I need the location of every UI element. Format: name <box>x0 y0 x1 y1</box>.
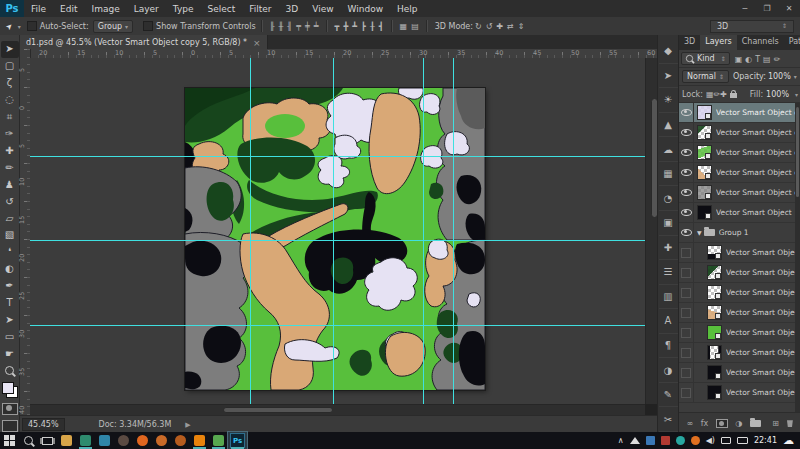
taskbar-app-orange-2[interactable] <box>171 432 190 449</box>
search-button[interactable] <box>19 432 38 449</box>
gradient-tool[interactable]: ▧ <box>1 227 19 244</box>
layer-thumbnail[interactable] <box>697 125 712 140</box>
history-brush-tool[interactable]: ↺ <box>1 193 19 210</box>
auto-select-checkbox[interactable] <box>27 21 37 31</box>
align-icon-6[interactable]: ╧ <box>312 22 321 31</box>
layer-thumbnail[interactable] <box>707 365 722 380</box>
layer-thumbnail[interactable] <box>707 345 722 360</box>
layer-row-10[interactable]: Vector Smart Object <box>679 283 800 303</box>
lock-icon-3[interactable]: ✚ <box>720 90 727 99</box>
layer-visibility-icon[interactable] <box>681 189 692 196</box>
layer-thumbnail[interactable] <box>707 385 722 400</box>
menu-item-type[interactable]: Type <box>166 4 201 14</box>
swatches-panel-icon[interactable]: ➤ <box>659 64 678 89</box>
pen-tool[interactable]: ✒ <box>1 278 19 295</box>
navigator-panel-icon[interactable]: ▣ <box>659 211 678 236</box>
kind-filter-dropdown[interactable]: Kind⇕ <box>681 52 730 65</box>
speaker-icon[interactable]: ◀) <box>706 436 715 445</box>
actions-panel-icon[interactable]: ✎ <box>659 383 678 408</box>
taskbar-app-photos[interactable] <box>95 432 114 449</box>
zoom-tool[interactable] <box>1 362 19 379</box>
clone-stamp-tool[interactable]: ♟ <box>1 176 19 193</box>
wifi-icon[interactable] <box>630 437 640 444</box>
dodge-tool[interactable]: ◐ <box>1 261 19 278</box>
keyboard-icon[interactable] <box>737 437 748 444</box>
document-canvas[interactable] <box>185 88 485 390</box>
healing-brush-tool[interactable]: ✚ <box>1 142 19 159</box>
layer-thumbnail[interactable] <box>707 265 722 280</box>
layer-thumbnail[interactable] <box>697 185 712 200</box>
layer-row-7[interactable]: ▼ Group 1 <box>679 223 800 243</box>
layer-visibility-toggle[interactable] <box>681 248 691 258</box>
zoom-level-field[interactable]: 45.45% <box>22 418 65 431</box>
network-icon[interactable] <box>721 437 731 444</box>
minimize-icon[interactable]: ─ <box>734 4 756 13</box>
paragraph-panel-icon[interactable]: ¶ <box>659 334 678 359</box>
spacing-icon-1[interactable]: ▦ <box>398 22 410 31</box>
menu-item-view[interactable]: View <box>305 4 340 14</box>
lasso-tool[interactable]: ζ <box>1 75 19 92</box>
layer-visibility-icon[interactable] <box>681 109 692 116</box>
layer-visibility-toggle[interactable] <box>681 328 691 338</box>
clone-source-panel-icon[interactable]: ☰ <box>659 260 678 285</box>
filter-icon-3[interactable]: T <box>755 55 760 64</box>
fill-value[interactable]: 100% <box>766 90 789 99</box>
layer-thumbnail[interactable] <box>707 285 722 300</box>
taskbar-app-orange-1[interactable] <box>152 432 171 449</box>
tab-close-icon[interactable]: × <box>253 38 261 48</box>
layer-thumbnail[interactable] <box>697 205 712 220</box>
blur-tool[interactable]: ❛ <box>1 244 19 261</box>
hand-tool[interactable]: ☛ <box>1 345 19 362</box>
layer-visibility-toggle[interactable] <box>681 308 691 318</box>
distribute-icon-5[interactable]: ╂ <box>368 22 377 31</box>
layer-visibility-toggle[interactable] <box>681 288 691 298</box>
layer-visibility-icon[interactable] <box>681 129 692 136</box>
move-tool[interactable]: ➤ <box>1 41 19 58</box>
layer-visibility-toggle[interactable] <box>681 268 691 278</box>
opacity-caret-icon[interactable]: ▾ <box>794 73 797 80</box>
align-icon-5[interactable]: ╪ <box>303 22 312 31</box>
lock-icon-1[interactable]: ▦ <box>706 90 714 99</box>
properties-panel-icon[interactable]: ▦ <box>659 162 678 187</box>
tray-browser-icon[interactable] <box>691 436 700 445</box>
layer-row-15[interactable]: Vector Smart Object <box>679 383 800 403</box>
workspace-switcher[interactable]: 3D⇕ <box>710 20 794 33</box>
layer-visibility-toggle[interactable] <box>681 388 691 398</box>
photoshop-app[interactable]: Ps <box>228 432 247 449</box>
timeline-panel-icon[interactable]: ◑ <box>659 358 678 383</box>
menu-item-layer[interactable]: Layer <box>127 4 166 14</box>
menu-item-help[interactable]: Help <box>390 4 425 14</box>
filter-icon-4[interactable]: ▤ <box>763 55 771 64</box>
layer-thumbnail[interactable] <box>707 325 722 340</box>
layer-thumbnail[interactable] <box>707 305 722 320</box>
layer-row-8[interactable]: Vector Smart Object <box>679 243 800 263</box>
task-view-button[interactable] <box>38 432 57 449</box>
layer-row-4[interactable]: Vector Smart Object co... <box>679 163 800 183</box>
delete-layer-icon[interactable] <box>786 419 793 427</box>
menu-item-select[interactable]: Select <box>200 4 242 14</box>
layer-mask-icon[interactable] <box>716 419 728 428</box>
layer-row-6[interactable]: Vector Smart Object <box>679 203 800 223</box>
cloud-icon[interactable]: ☁ <box>783 434 794 447</box>
styles-panel-icon[interactable]: ☀ <box>659 88 678 113</box>
menu-item-file[interactable]: File <box>24 4 53 14</box>
taskbar-app-green[interactable] <box>209 432 228 449</box>
layer-row-2[interactable]: Vector Smart Object co... <box>679 123 800 143</box>
eyedropper-tool[interactable]: ✑ <box>1 126 19 143</box>
marquee-tool[interactable]: ▢ <box>1 58 19 75</box>
color-swatches[interactable] <box>2 382 18 398</box>
layer-row-9[interactable]: Vector Smart Object <box>679 263 800 283</box>
taskbar-app-browser[interactable] <box>133 432 152 449</box>
tray-defender-icon[interactable] <box>661 436 670 445</box>
taskbar-app-dark[interactable] <box>114 432 133 449</box>
mode-icon-5[interactable]: ⇕ <box>516 22 527 31</box>
path-selection-tool[interactable]: ➤ <box>1 312 19 329</box>
layer-visibility-icon[interactable] <box>681 149 692 156</box>
file-explorer-icon[interactable] <box>57 432 76 449</box>
layer-visibility-toggle[interactable] <box>681 348 691 358</box>
adjustments-panel-icon[interactable]: ▲ <box>659 113 678 138</box>
layer-thumbnail[interactable] <box>697 145 712 160</box>
opacity-value[interactable]: 100% <box>768 72 791 81</box>
foreground-color-swatch[interactable] <box>2 382 14 394</box>
history-panel-icon[interactable]: ☁ <box>659 137 678 162</box>
